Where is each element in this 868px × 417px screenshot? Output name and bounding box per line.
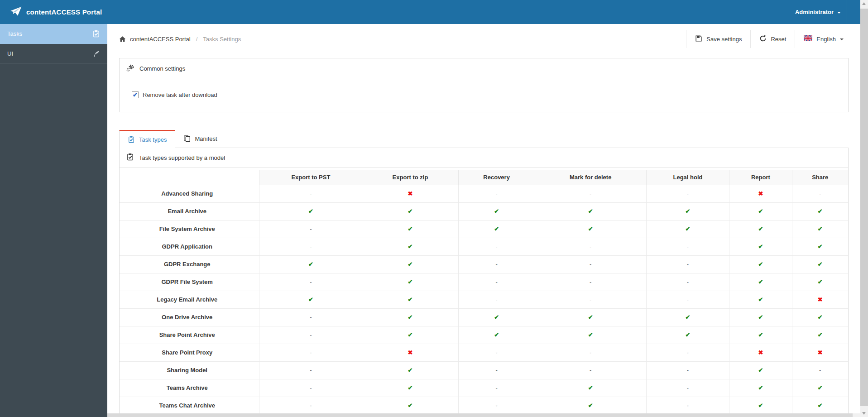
check-icon: ✔	[729, 397, 792, 413]
task-type-label: Share Point Proxy	[120, 344, 259, 361]
check-icon: ✔	[729, 379, 792, 397]
scroll-up-arrow-icon[interactable]	[862, 2, 866, 5]
check-icon: ✔	[535, 326, 646, 344]
column-header: Report	[729, 170, 792, 185]
table-row: Teams Archive-✔-✔-✔✔	[120, 379, 848, 397]
dash-mark: -	[259, 379, 362, 397]
table-row: Legacy Email Archive✔✔---✔✖	[120, 291, 848, 308]
clipboard-check-icon	[126, 153, 134, 162]
table-row: One Drive Archive-✔✔✔✔✔✔	[120, 308, 848, 326]
dash-mark: -	[458, 379, 535, 397]
horizontal-scrollbar-thumb[interactable]	[107, 413, 853, 417]
sidebar-item-ui[interactable]: UI	[0, 44, 107, 64]
check-icon: ✔	[535, 220, 646, 238]
check-icon: ✔	[535, 379, 646, 397]
save-settings-button[interactable]: Save settings	[686, 30, 750, 48]
dash-mark: -	[646, 379, 729, 397]
vertical-scrollbar[interactable]	[860, 0, 868, 417]
check-icon: ✔	[259, 255, 362, 273]
caret-down-icon	[837, 12, 841, 14]
check-icon: ✔	[362, 220, 458, 238]
dash-mark: -	[259, 238, 362, 255]
check-icon: ✔	[535, 397, 646, 413]
top-header: contentACCESS Portal Administrator	[0, 0, 868, 24]
dash-mark: -	[259, 326, 362, 344]
column-header: Recovery	[458, 170, 535, 185]
task-type-label: Advanced Sharing	[120, 185, 259, 202]
check-icon: ✔	[646, 308, 729, 326]
tab-task-types[interactable]: Task types	[119, 130, 175, 148]
task-type-label: Email Archive	[120, 202, 259, 220]
app-title: contentACCESS Portal	[26, 8, 102, 16]
dash-mark: -	[646, 255, 729, 273]
check-icon: ✔	[535, 308, 646, 326]
remove-task-checkbox[interactable]: ✔	[132, 91, 139, 98]
check-icon: ✔	[792, 255, 848, 273]
check-icon: ✔	[362, 308, 458, 326]
home-icon[interactable]	[119, 36, 126, 43]
check-icon: ✔	[458, 202, 535, 220]
check-icon: ✔	[792, 220, 848, 238]
tab-manifest[interactable]: Manifest	[175, 129, 225, 148]
common-settings-title: Common settings	[139, 65, 185, 72]
reset-button[interactable]: Reset	[750, 30, 795, 48]
remove-task-checkbox-label[interactable]: Remove task after download	[143, 91, 217, 98]
horizontal-scrollbar[interactable]	[107, 413, 860, 417]
vertical-scrollbar-thumb[interactable]	[860, 9, 868, 406]
check-icon: ✔	[729, 308, 792, 326]
dash-mark: -	[259, 344, 362, 361]
check-icon: ✔	[362, 379, 458, 397]
table-body: Advanced Sharing-✖---✖-Email Archive✔✔✔✔…	[120, 185, 848, 413]
check-icon: ✔	[729, 255, 792, 273]
sidebar-item-tasks[interactable]: Tasks	[0, 24, 107, 44]
task-type-label: One Drive Archive	[120, 308, 259, 326]
dash-mark: -	[458, 238, 535, 255]
scroll-down-arrow-icon[interactable]	[862, 412, 866, 415]
check-icon: ✔	[458, 308, 535, 326]
dash-mark: -	[792, 185, 848, 202]
check-icon: ✔	[646, 326, 729, 344]
dash-mark: -	[458, 255, 535, 273]
check-icon: ✔	[362, 255, 458, 273]
check-icon: ✔	[362, 273, 458, 291]
tab-strip: Task types Manifest	[119, 129, 849, 148]
column-header: Export to zip	[362, 170, 458, 185]
check-icon: ✔	[458, 326, 535, 344]
language-button[interactable]: English	[795, 30, 852, 48]
check-icon: ✔	[362, 326, 458, 344]
check-icon: ✔	[729, 361, 792, 379]
task-type-label: Teams Chat Archive	[120, 397, 259, 413]
dash-mark: -	[458, 344, 535, 361]
breadcrumb-separator: /	[196, 36, 198, 43]
column-header: Export to PST	[259, 170, 362, 185]
breadcrumb-root-link[interactable]: contentACCESS Portal	[130, 36, 191, 43]
common-settings-header: Common settings	[120, 58, 848, 79]
breadcrumb: contentACCESS Portal / Tasks Settings	[119, 24, 241, 54]
table-row: Sharing Model-✔---✔-	[120, 361, 848, 379]
dash-mark: -	[646, 185, 729, 202]
clipboard-check-icon	[92, 30, 100, 38]
dash-mark: -	[259, 273, 362, 291]
dash-mark: -	[646, 238, 729, 255]
task-type-label: File System Archive	[120, 220, 259, 238]
check-icon: ✔	[646, 220, 729, 238]
sidebar-item-label: UI	[7, 50, 13, 57]
common-settings-panel: Common settings ✔ Remove task after down…	[119, 58, 849, 112]
dash-mark: -	[535, 344, 646, 361]
table-row: File System Archive-✔✔✔✔✔✔	[120, 220, 848, 238]
dash-mark: -	[535, 185, 646, 202]
task-type-label: Legacy Email Archive	[120, 291, 259, 308]
user-menu-button[interactable]: Administrator	[789, 0, 847, 24]
column-header: Mark for delete	[535, 170, 646, 185]
dash-mark: -	[646, 273, 729, 291]
dash-mark: -	[259, 361, 362, 379]
check-icon: ✔	[458, 220, 535, 238]
check-icon: ✔	[362, 361, 458, 379]
breadcrumb-bar: contentACCESS Portal / Tasks Settings Sa…	[107, 24, 860, 54]
dash-mark: -	[259, 308, 362, 326]
dash-mark: -	[646, 397, 729, 413]
check-icon: ✔	[729, 291, 792, 308]
check-icon: ✔	[792, 379, 848, 397]
task-types-section-title: Task types supported by a model	[139, 154, 225, 161]
task-type-label: Teams Archive	[120, 379, 259, 397]
